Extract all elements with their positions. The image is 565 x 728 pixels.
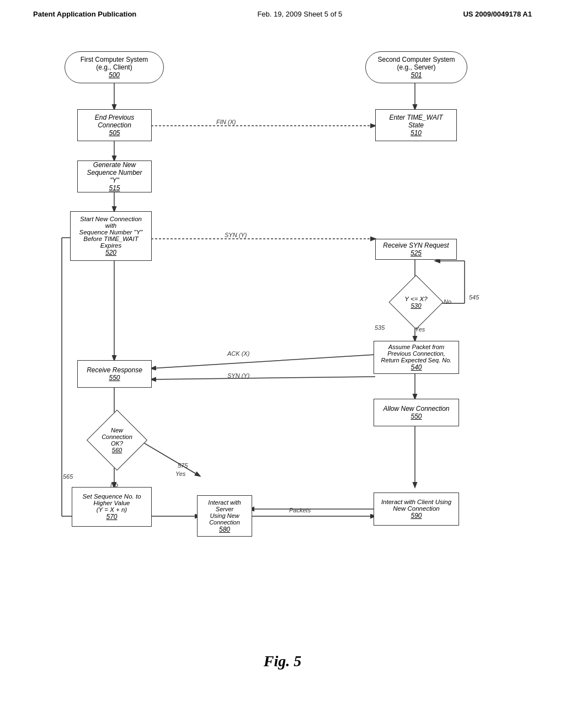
node-530-condition: Y <= X? [404,296,427,302]
node-560-label: NewConnection OK? [102,427,132,447]
node-540-label: Assume Packet fromPrevious Connection,Re… [381,344,452,363]
node-580-label: Interact with ServerUsing NewConnection [203,499,246,526]
label-535: 535 [375,324,385,331]
node-515-label: Generate NewSequence Number "Y" [83,161,146,184]
node-520-label: Start New Connection withSequence Number… [76,216,146,249]
node-540-num: 540 [411,363,422,371]
fin-x-label: FIN (X) [216,119,236,125]
node-525-label: Receive SYN Request [383,242,449,249]
syn-y2-label: SYN (Y) [227,372,249,379]
header-right: US 2009/0049178 A1 [463,10,532,18]
header-left: Patent Application Publication [33,10,136,18]
node-540: Assume Packet fromPrevious Connection,Re… [374,341,459,374]
node-515: Generate NewSequence Number "Y" 515 [77,160,152,192]
node-501-num: 501 [411,71,422,79]
node-560: NewConnection OK? 560 [89,418,145,462]
node-501: Second Computer System(e.g., Server) 501 [365,51,467,83]
svg-line-13 [151,355,375,368]
node-570-label: Set Sequence No. toHigher Value(Y = X + … [82,493,141,513]
packets-label: Packets [289,507,311,513]
ack-x-label: ACK (X) [227,350,249,357]
node-530-num: 530 [404,302,427,309]
node-550-left: Receive Response 550 [77,360,152,388]
label-565: 565 [63,473,73,480]
node-520: Start New Connection withSequence Number… [70,211,152,261]
svg-line-14 [151,377,375,379]
node-550-left-label: Receive Response [87,366,142,374]
label-575: 575 [178,462,188,469]
node-510: Enter TIME_WAIT State 510 [375,109,457,141]
yes-label-530: Yes [415,326,425,333]
no-label-530: No [444,298,451,305]
node-550-right-label: Allow New Connection [383,405,449,413]
node-550-left-num: 550 [109,374,120,382]
node-525-num: 525 [411,249,422,257]
syn-y-label: SYN (Y) [225,232,247,238]
node-510-label: Enter TIME_WAIT State [381,114,451,129]
node-570-num: 570 [106,513,117,521]
node-500-label: First Computer System(e.g., Client) [81,56,148,71]
label-545: 545 [469,294,479,301]
yes-label-560: Yes [175,470,185,477]
node-500-num: 500 [109,71,120,79]
node-590-label: Interact with Client UsingNew Connection [381,499,451,512]
node-550-right: Allow New Connection 550 [374,399,459,426]
node-515-num: 515 [109,184,120,192]
node-501-label: Second Computer System(e.g., Server) [377,56,455,71]
node-525: Receive SYN Request 525 [375,239,457,260]
node-505: End Previous Connection 505 [77,109,152,141]
node-510-num: 510 [411,129,422,137]
node-505-label: End Previous Connection [83,114,146,129]
fig-label: Fig. 5 [0,652,565,670]
node-550-right-num: 550 [411,413,422,420]
node-500: First Computer System(e.g., Client) 500 [65,51,164,83]
svg-line-17 [139,440,200,476]
node-560-num: 560 [95,447,139,453]
node-590: Interact with Client UsingNew Connection… [374,493,459,526]
header-center: Feb. 19, 2009 Sheet 5 of 5 [257,10,342,18]
node-520-num: 520 [105,249,116,256]
page-header: Patent Application Publication Feb. 19, … [0,0,565,18]
node-590-num: 590 [411,512,422,520]
diagram-area: First Computer System(e.g., Client) 500 … [29,35,536,641]
node-570: Set Sequence No. toHigher Value(Y = X + … [72,487,152,527]
node-580-num: 580 [219,526,230,533]
node-530: Y <= X? 530 [391,283,441,322]
node-580: Interact with ServerUsing NewConnection … [197,495,252,537]
node-505-num: 505 [109,129,120,137]
